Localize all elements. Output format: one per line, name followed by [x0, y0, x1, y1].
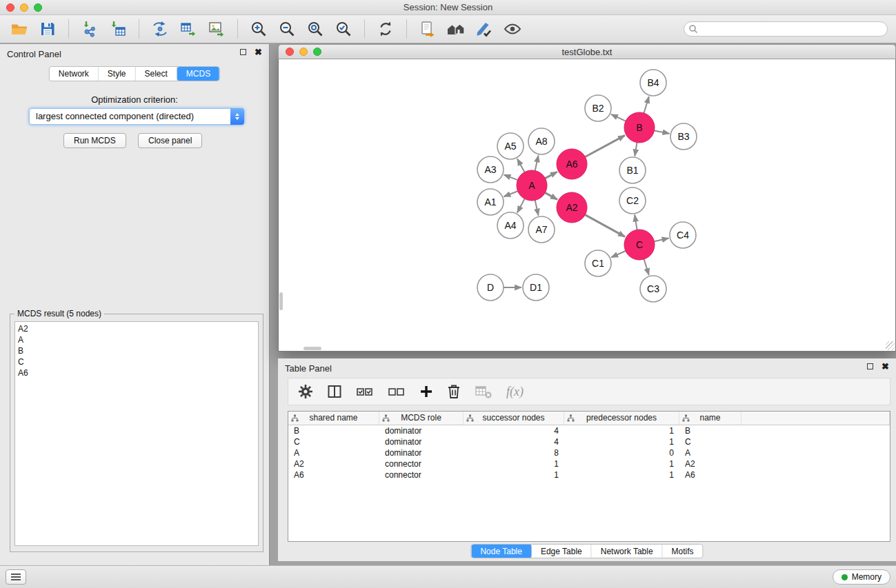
table-row[interactable]: A2connector11A2 — [288, 458, 890, 469]
run-mcds-button[interactable]: Run MCDS — [63, 133, 126, 148]
apply-style-icon[interactable] — [473, 18, 495, 40]
mcds-result-item[interactable]: B — [18, 345, 255, 356]
close-panel-button[interactable]: Close panel — [138, 133, 202, 148]
mcds-result-item[interactable]: A6 — [18, 367, 255, 378]
network-canvas[interactable]: B4B2BB3A5A8A6A3B1AC2A1A2A4A7C4CC1DD1C3 — [278, 59, 896, 352]
memory-button[interactable]: Memory — [833, 569, 890, 585]
network-manager-icon[interactable] — [445, 18, 467, 40]
node-C1[interactable]: C1 — [585, 250, 611, 276]
mcds-result-item[interactable]: C — [18, 356, 255, 367]
node-A4[interactable]: A4 — [497, 212, 524, 239]
node-A[interactable]: A — [517, 170, 547, 201]
zoom-in-icon[interactable] — [248, 18, 270, 40]
table-row[interactable]: A6connector11A6 — [288, 469, 890, 480]
table-row[interactable]: Adominator80A — [288, 447, 890, 458]
delete-table-icon[interactable] — [475, 384, 492, 399]
node-A8[interactable]: A8 — [528, 128, 555, 154]
show-columns-icon[interactable] — [327, 384, 342, 399]
edge-A-A7[interactable] — [535, 201, 539, 216]
import-network-icon[interactable] — [79, 18, 101, 40]
edge-C-C1[interactable] — [611, 251, 626, 257]
network-graph[interactable]: B4B2BB3A5A8A6A3B1AC2A1A2A4A7C4CC1DD1C3 — [279, 59, 895, 351]
vertical-scrollbar-thumb[interactable] — [279, 292, 283, 310]
tab-select[interactable]: Select — [136, 67, 177, 81]
zoom-out-icon[interactable] — [276, 18, 298, 40]
zoom-fit-icon[interactable] — [304, 18, 326, 40]
edge-C-C4[interactable] — [655, 239, 669, 242]
tab-mcds[interactable]: MCDS — [177, 67, 219, 81]
zoom-window-button[interactable] — [34, 3, 42, 12]
edge-B-B3[interactable] — [655, 130, 670, 133]
node-C4[interactable]: C4 — [670, 222, 696, 248]
open-recent-icon[interactable] — [417, 18, 439, 40]
tab-network-table[interactable]: Network Table — [592, 545, 663, 558]
edge-C-C3[interactable] — [644, 259, 649, 275]
node-C3[interactable]: C3 — [640, 276, 666, 302]
edge-A6-B[interactable] — [585, 135, 625, 156]
close-network-window-button[interactable] — [286, 48, 294, 56]
edge-A-A4[interactable] — [517, 199, 525, 212]
node-B4[interactable]: B4 — [640, 70, 666, 96]
node-B2[interactable]: B2 — [585, 95, 611, 121]
close-panel-icon[interactable]: ✖ — [255, 49, 262, 55]
tab-edge-table[interactable]: Edge Table — [532, 545, 592, 558]
eye-icon[interactable] — [501, 18, 524, 40]
horizontal-scrollbar-thumb[interactable] — [303, 347, 321, 350]
node-A3[interactable]: A3 — [477, 156, 504, 183]
node-C[interactable]: C — [624, 230, 655, 260]
deselect-all-icon[interactable] — [388, 384, 406, 399]
search-input[interactable] — [684, 21, 888, 37]
node-B3[interactable]: B3 — [670, 123, 697, 150]
edge-A2-C[interactable] — [585, 215, 625, 237]
column-header-shared-name[interactable]: shared name — [288, 412, 379, 425]
save-session-icon[interactable] — [37, 18, 59, 40]
network-window-titlebar[interactable]: testGlobe.txt — [278, 44, 896, 59]
export-network-icon[interactable] — [149, 18, 171, 40]
table-row[interactable]: Bdominator41B — [288, 425, 890, 436]
tab-motifs[interactable]: Motifs — [663, 545, 703, 558]
edge-B-B2[interactable] — [611, 114, 626, 121]
column-header-predecessor-nodes[interactable]: predecessor nodes — [564, 412, 679, 425]
node-A1[interactable]: A1 — [477, 189, 504, 215]
close-window-button[interactable] — [6, 3, 14, 12]
node-C2[interactable]: C2 — [619, 187, 646, 214]
mcds-result-list[interactable]: A2ABCA6 — [14, 321, 259, 546]
float-panel-icon[interactable] — [240, 49, 246, 55]
node-D[interactable]: D — [477, 274, 504, 301]
zoom-selected-icon[interactable] — [332, 18, 355, 40]
edge-A-A5[interactable] — [517, 159, 525, 172]
delete-row-icon[interactable] — [447, 384, 461, 399]
float-table-panel-icon[interactable] — [867, 363, 873, 369]
edge-B-B4[interactable] — [644, 97, 649, 113]
mcds-result-item[interactable]: A — [18, 334, 255, 345]
zoom-network-window-button[interactable] — [313, 48, 321, 56]
tab-node-table[interactable]: Node Table — [471, 545, 532, 558]
column-header-MCDS-role[interactable]: MCDS role — [379, 412, 464, 425]
select-all-icon[interactable] — [356, 384, 374, 399]
close-table-panel-icon[interactable]: ✖ — [882, 363, 889, 369]
minimize-window-button[interactable] — [20, 3, 28, 12]
edge-B-B1[interactable] — [635, 143, 637, 156]
edge-A-A2[interactable] — [545, 193, 557, 200]
export-image-icon[interactable] — [206, 18, 228, 40]
minimize-network-window-button[interactable] — [299, 48, 308, 56]
node-A2[interactable]: A2 — [557, 192, 587, 223]
edge-A-A3[interactable] — [504, 175, 518, 181]
criterion-dropdown[interactable]: largest connected component (directed) — [29, 108, 244, 125]
tab-network[interactable]: Network — [50, 67, 99, 81]
refresh-icon[interactable] — [375, 18, 397, 40]
node-A5[interactable]: A5 — [497, 133, 524, 159]
node-A6[interactable]: A6 — [557, 149, 587, 179]
task-history-button[interactable] — [6, 569, 26, 585]
edge-A-A8[interactable] — [535, 156, 539, 171]
edge-A-A6[interactable] — [545, 172, 557, 178]
dropdown-stepper-icon[interactable] — [230, 108, 244, 125]
column-header-successor-nodes[interactable]: successor nodes — [464, 412, 564, 425]
node-B1[interactable]: B1 — [619, 157, 646, 183]
node-B[interactable]: B — [624, 112, 655, 143]
add-row-icon[interactable] — [419, 385, 433, 398]
edge-A-A1[interactable] — [504, 191, 518, 196]
column-header-name[interactable]: name — [679, 412, 741, 425]
export-table-icon[interactable] — [177, 18, 199, 40]
node-A7[interactable]: A7 — [528, 216, 555, 243]
